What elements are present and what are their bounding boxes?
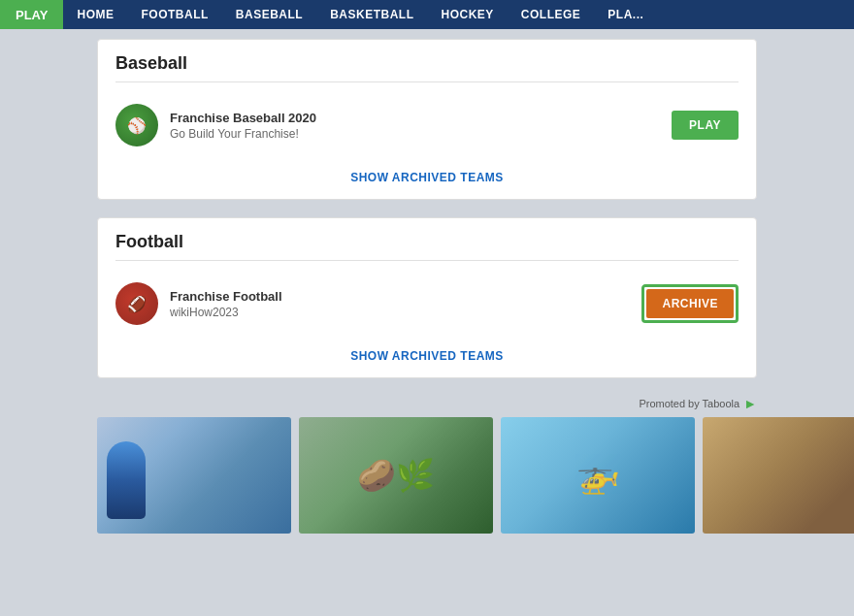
promo-image-vegetables[interactable] [299,417,493,534]
baseball-game-row: ⚾ Franchise Baseball 2020 Go Build Your … [115,98,739,160]
nav-baseball[interactable]: BASEBALL [222,0,316,29]
baseball-show-archived-link[interactable]: SHOW ARCHIVED TEAMS [350,171,504,184]
football-show-archived-link[interactable]: SHOW ARCHIVED TEAMS [350,349,504,363]
promo-image-drone[interactable] [501,417,695,534]
taboola-arrow-icon: ► [743,396,757,411]
navbar: PLAY HOME FOOTBALL BASEBALL BASKETBALL H… [0,0,854,29]
football-section-title: Football [115,232,739,261]
nav-college[interactable]: COLLEGE [508,0,595,29]
football-archive-button[interactable]: ARCHIVE [646,289,734,318]
promo-label: Promoted by Taboola [639,398,739,409]
promo-section: Promoted by Taboola ► [97,396,757,534]
promo-image-person[interactable] [97,417,291,534]
baseball-play-button[interactable]: PLAY [672,111,739,140]
baseball-icon-symbol: ⚾ [127,116,147,135]
promo-header: Promoted by Taboola ► [97,396,757,411]
baseball-game-icon: ⚾ [115,104,158,146]
nav-football[interactable]: FOOTBALL [127,0,221,29]
nav-hockey[interactable]: HOCKEY [427,0,507,29]
promo-images [97,417,757,534]
football-section: Football 🏈 Franchise Football wikiHow202… [97,217,757,378]
baseball-game-subtitle: Go Build Your Franchise! [170,127,672,141]
nav-basketball[interactable]: BASKETBALL [316,0,427,29]
baseball-show-archived: SHOW ARCHIVED TEAMS [115,160,739,189]
football-game-name: Franchise Football [170,289,641,304]
football-icon-symbol: 🏈 [127,295,147,313]
football-show-archived: SHOW ARCHIVED TEAMS [115,339,739,368]
archive-button-wrapper: ARCHIVE [641,284,739,323]
football-game-info: Franchise Football wikiHow2023 [170,289,641,319]
nav-more[interactable]: PLA... [594,0,657,29]
baseball-game-name: Franchise Baseball 2020 [170,111,672,125]
main-content: Baseball ⚾ Franchise Baseball 2020 Go Bu… [0,29,854,543]
promo-image-money[interactable] [703,417,854,534]
football-game-row: 🏈 Franchise Football wikiHow2023 ARCHIVE [115,276,739,339]
nav-play-button[interactable]: PLAY [0,0,63,29]
nav-home[interactable]: HOME [63,0,127,29]
baseball-section: Baseball ⚾ Franchise Baseball 2020 Go Bu… [97,39,757,200]
football-game-icon: 🏈 [115,282,158,325]
baseball-game-info: Franchise Baseball 2020 Go Build Your Fr… [170,111,672,141]
baseball-section-title: Baseball [115,53,739,82]
football-game-subtitle: wikiHow2023 [170,306,641,319]
